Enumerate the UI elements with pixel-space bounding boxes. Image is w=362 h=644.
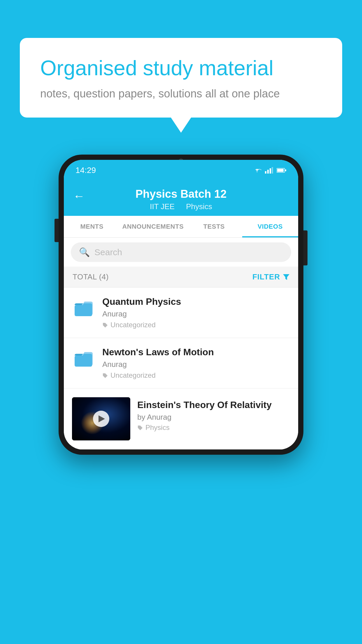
phone-mockup: 14:29 bbox=[59, 155, 303, 455]
folder-icon bbox=[73, 299, 94, 316]
tab-announcements[interactable]: ANNOUNCEMENTS bbox=[120, 216, 186, 237]
folder-icon bbox=[73, 349, 94, 367]
search-input[interactable]: Search bbox=[94, 247, 122, 257]
video-tag: Uncategorized bbox=[102, 321, 290, 329]
tag-label: Physics bbox=[145, 424, 170, 432]
tag-icon bbox=[137, 425, 143, 430]
svg-point-7 bbox=[103, 323, 104, 324]
search-bar[interactable]: 🔍 Search bbox=[71, 242, 291, 262]
video-author: Anurag bbox=[102, 309, 290, 318]
svg-rect-5 bbox=[285, 169, 286, 171]
tag-label: Uncategorized bbox=[110, 321, 156, 329]
header-subtitle: IIT JEE Physics bbox=[75, 202, 287, 211]
phone-frame: 14:29 bbox=[59, 155, 303, 455]
video-title: Newton's Laws of Motion bbox=[102, 347, 290, 358]
video-author: Anurag bbox=[102, 360, 290, 369]
filter-label: FILTER bbox=[252, 272, 280, 281]
search-bar-wrapper: 🔍 Search bbox=[64, 238, 298, 267]
phone-screen: 14:29 bbox=[64, 160, 298, 449]
list-item[interactable]: Newton's Laws of Motion Anurag Uncategor… bbox=[64, 338, 298, 388]
header-subject: Physics bbox=[186, 202, 212, 211]
battery-icon bbox=[277, 168, 287, 173]
svg-rect-1 bbox=[267, 170, 269, 174]
video-author: by Anurag bbox=[137, 413, 290, 422]
bubble-title: Organised study material bbox=[40, 55, 322, 80]
header-category: IIT JEE bbox=[150, 202, 175, 211]
search-icon: 🔍 bbox=[79, 247, 90, 257]
wifi-icon bbox=[253, 167, 261, 174]
video-tag: Uncategorized bbox=[102, 371, 290, 379]
tabs-bar: MENTS ANNOUNCEMENTS TESTS VIDEOS bbox=[64, 216, 298, 238]
video-thumbnail bbox=[72, 397, 130, 440]
status-time: 14:29 bbox=[75, 166, 96, 175]
svg-point-8 bbox=[103, 374, 104, 375]
status-icons bbox=[253, 167, 287, 174]
tag-label: Uncategorized bbox=[110, 371, 156, 379]
folder-icon-wrapper bbox=[72, 296, 95, 316]
svg-rect-0 bbox=[265, 171, 266, 174]
tab-ments[interactable]: MENTS bbox=[64, 216, 120, 237]
speech-bubble-card: Organised study material notes, question… bbox=[20, 38, 342, 118]
svg-rect-3 bbox=[272, 167, 273, 174]
total-count: TOTAL (4) bbox=[73, 272, 109, 281]
list-item[interactable]: Einstein's Theory Of Relativity by Anura… bbox=[64, 388, 298, 449]
back-button[interactable]: ← bbox=[73, 190, 85, 203]
filter-icon bbox=[283, 274, 289, 280]
speech-bubble-section: Organised study material notes, question… bbox=[20, 38, 342, 118]
header-title: Physics Batch 12 bbox=[75, 188, 287, 200]
svg-point-9 bbox=[138, 426, 139, 427]
filter-bar: TOTAL (4) FILTER bbox=[64, 267, 298, 288]
status-bar: 14:29 bbox=[64, 160, 298, 181]
video-title: Quantum Physics bbox=[102, 296, 290, 307]
video-info: Einstein's Theory Of Relativity by Anura… bbox=[137, 397, 290, 432]
tag-icon bbox=[102, 322, 108, 328]
video-list: Quantum Physics Anurag Uncategorized bbox=[64, 288, 298, 449]
bubble-subtitle: notes, question papers, solutions all at… bbox=[40, 88, 322, 100]
app-header: ← Physics Batch 12 IIT JEE Physics bbox=[64, 181, 298, 216]
tab-tests[interactable]: TESTS bbox=[186, 216, 242, 237]
video-info: Newton's Laws of Motion Anurag Uncategor… bbox=[102, 347, 290, 379]
tab-videos[interactable]: VIDEOS bbox=[242, 216, 298, 237]
video-title: Einstein's Theory Of Relativity bbox=[137, 400, 290, 410]
list-item[interactable]: Quantum Physics Anurag Uncategorized bbox=[64, 288, 298, 338]
play-button[interactable] bbox=[93, 411, 109, 427]
svg-rect-6 bbox=[277, 169, 284, 172]
play-triangle-icon bbox=[99, 415, 105, 422]
tag-icon bbox=[102, 373, 108, 378]
signal-icon bbox=[265, 167, 273, 174]
video-tag: Physics bbox=[137, 424, 290, 432]
folder-icon-wrapper bbox=[72, 347, 95, 367]
svg-rect-2 bbox=[270, 168, 271, 174]
video-info: Quantum Physics Anurag Uncategorized bbox=[102, 296, 290, 329]
filter-button[interactable]: FILTER bbox=[252, 272, 289, 281]
